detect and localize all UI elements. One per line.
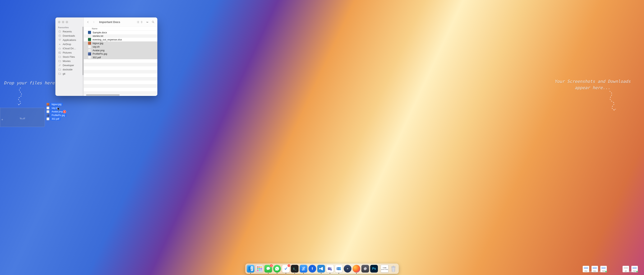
sidebar-heading-favourites: Favourites [56,25,84,29]
sidebar-item-recents[interactable]: Recents [56,29,84,34]
file-name: Sample.docx [92,31,107,34]
sidebar-item-developer[interactable]: Developer [56,63,84,67]
sidebar-item-stock-files[interactable]: Stock Files [56,55,84,59]
sidebar-item-label: Applications [63,39,76,42]
file-name: stories.txt [92,35,103,37]
file-icon [46,118,49,120]
file-icon [46,107,49,109]
sidebar-item-label: AirDrop [63,43,71,46]
running-indicator [286,273,286,274]
file-row[interactable]: evening_out_expense.xlsx [84,38,157,42]
file-row[interactable]: 302.pdf [84,56,157,59]
dock-app-teams[interactable]: T [326,264,334,273]
sidebar-item-pictures[interactable]: Pictures [56,51,84,55]
airdrop-icon [58,43,61,46]
running-indicator [356,273,357,274]
empty-row [84,81,157,84]
ff-icon [353,265,360,272]
outlook-icon [335,265,343,272]
dock-trash[interactable] [389,264,398,273]
sidebar-item-airdrop[interactable]: AirDrop [56,42,84,46]
arrow-squiggle-left [15,87,26,109]
forward-button[interactable] [92,21,95,24]
running-indicator [303,273,304,274]
sidebar-item-dockside[interactable]: dockside [56,67,84,72]
stacks-screenshots[interactable]: PNGPNGPNGScreenshots (5) [582,266,608,272]
sidebar-item-label: Downloads [63,34,75,37]
file-row[interactable]: stories.txt [84,34,157,38]
more-button[interactable] [146,21,149,24]
sidebar-item-label: Stock Files [63,55,75,58]
file-row[interactable]: bigsur.jpg [84,42,157,45]
folder-icon [58,72,61,75]
stack-label: Downloads (2) [625,271,636,273]
view-mode-button[interactable] [136,21,143,24]
hammer-icon [58,64,61,67]
dock-app-qt[interactable] [344,264,352,273]
file-row[interactable]: say.sh [84,45,157,49]
empty-row [84,70,157,74]
dock-app-vscode[interactable] [317,264,326,273]
finder-window: Favourites RecentsDownloadsApplicationsA… [56,18,157,96]
drag-item: say.sh [46,106,66,110]
shelf-tray-icon [18,113,26,122]
close-button[interactable] [58,21,60,23]
back-button[interactable] [86,21,90,24]
drop-shelf[interactable]: + [0,108,45,127]
sidebar-item-label: iCloud Dri… [63,47,76,50]
sidebar-item-icloud-dri-[interactable]: iCloud Dri… [56,46,84,51]
dock-app-msg[interactable]: 5 [264,264,272,273]
file-row[interactable]: ProfilePic.jpg [84,52,157,56]
svg-point-8 [249,268,250,268]
thumb-icon: PNG [583,266,589,272]
file-row[interactable]: Avatar.png [84,49,157,52]
drag-item-label: bigsur.jpg [50,103,63,106]
dock-app-finder[interactable] [246,264,255,273]
sidebar-item-downloads[interactable]: Downloads [56,34,84,38]
horizontal-scrollbar[interactable] [84,94,157,96]
file-row[interactable]: Sample.docx [84,31,157,34]
empty-row [84,59,157,63]
launch-icon [256,265,263,272]
running-indicator [338,273,339,274]
file-icon [88,49,91,52]
qt-icon [344,265,352,272]
sidebar-item-label: Pictures [63,51,72,54]
dock-app-settings[interactable] [361,264,370,273]
dock-app-term[interactable]: $_ [290,264,299,273]
drag-item: 302.pdf [46,117,66,121]
dock-size-tile[interactable]: 5 MB(extra small) [380,264,389,273]
file-name: ProfilePic.jpg [92,52,107,55]
running-indicator [330,273,330,274]
dock-app-tick[interactable]: 3 [282,264,290,273]
file-list: Sample.docxstories.txtevening_out_expens… [84,31,157,96]
dock-app-wapp[interactable] [273,264,281,273]
sidebar-item-label: Recents [63,30,72,33]
zoom-button[interactable] [66,21,68,23]
finder-icon [247,265,254,272]
stacks-downloads[interactable]: ZIPPNGDownloads (2) [622,266,639,272]
folder-icon [58,55,61,58]
dock-app-xcode[interactable] [300,264,308,273]
file-name: evening_out_expense.xlsx [92,38,122,41]
minimize-button[interactable] [62,21,64,23]
new-dot [636,270,638,272]
sidebar-scrollbar[interactable] [82,27,84,96]
term-icon: $_ [291,265,298,272]
sidebar-item-applications[interactable]: Applications [56,38,84,42]
search-button[interactable] [152,21,155,24]
sidebar-item-movies[interactable]: Movies [56,59,84,63]
empty-row [84,88,157,92]
sidebar-item-git[interactable]: git [56,72,84,76]
file-icon [88,31,91,34]
dock-app-launch[interactable] [255,264,264,273]
file-icon [88,56,91,59]
dock-app-outlook[interactable] [335,264,343,273]
dock-app-ff[interactable] [352,264,361,273]
dock-app-ps[interactable]: Ps [370,264,378,273]
column-header-name[interactable]: Name [84,27,157,31]
dock-app-1pw[interactable] [308,264,317,273]
finder-toolbar: Important Docs [84,18,157,27]
svg-point-14 [330,267,332,268]
folder-icon [58,68,61,71]
